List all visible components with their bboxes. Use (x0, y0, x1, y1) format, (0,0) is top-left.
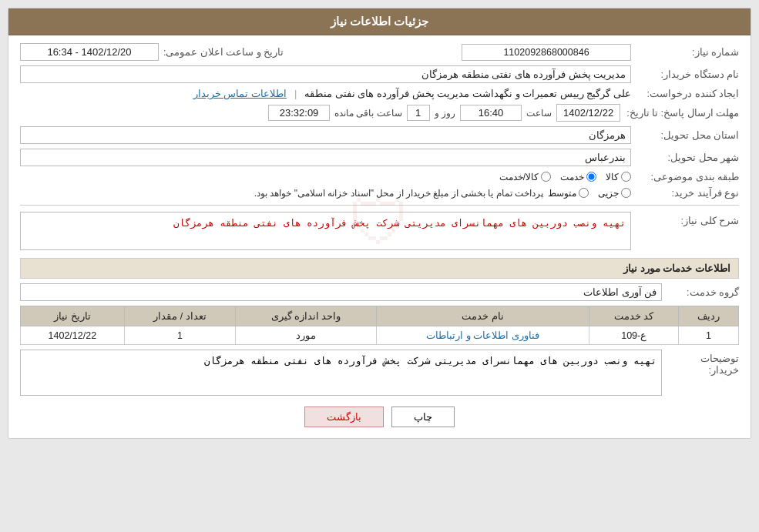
gorooh-row: گروه خدمت: فن آوری اطلاعات (20, 283, 739, 301)
radio-kala-label: کالا (606, 172, 619, 182)
radio-jozi-label: جزیی (598, 188, 619, 199)
ostan-row: استان محل تحویل: هرمزگان (20, 126, 739, 144)
saat-value: 16:40 (460, 105, 522, 121)
tabaqe-radio-group: کالا خدمت کالا/خدمت (499, 172, 631, 182)
radio-jozi-input[interactable] (621, 188, 631, 198)
cell-kod: ع-109 (589, 326, 679, 345)
radio-kala-khadamat-input[interactable] (541, 172, 551, 182)
radio-jozi: جزیی (598, 188, 631, 199)
print-button[interactable]: چاپ (391, 407, 455, 427)
ijad-value-container: علی گرگیج رییس تعمیرات و نگهداشت مدیریت … (20, 88, 631, 99)
action-buttons: چاپ بازگشت (20, 407, 739, 427)
dastgah-value: مدیریت پخش فرآورده های نفتی منطقه هرمزگا… (20, 65, 631, 83)
shomara-niaz-label: شماره نیاز: (631, 46, 739, 58)
ostan-label: استان محل تحویل: (631, 129, 739, 141)
radio-motavaset-label: متوسط (548, 188, 576, 199)
ijad-text: علی گرگیج رییس تعمیرات و نگهداشت مدیریت … (304, 88, 631, 99)
mohlat-label: مهلت ارسال پاسخ: تا تاریخ: (620, 107, 739, 119)
col-radif: ردیف (679, 306, 739, 326)
dastgah-row: نام دستگاه خریدار: مدیریت پخش فرآورده ها… (20, 65, 739, 83)
shahr-value: بندرعباس (20, 149, 631, 166)
gorooh-label: گروه خدمت: (662, 286, 739, 298)
section-khadamat-header: اطلاعات خدمات مورد نیاز (20, 258, 739, 279)
shomara-row: شماره نیاز: 1102092868000846 تاریخ و ساع… (20, 43, 739, 61)
rooz-label: روز و (435, 108, 455, 119)
page-title: جزئیات اطلاعات نیاز (8, 8, 751, 35)
col-name: نام خدمت (376, 306, 589, 326)
tabaqe-label: طبقه بندی موضوعی: (631, 171, 739, 182)
sharh-label: شرح کلی نیاز: (631, 212, 739, 226)
tawsihat-value (20, 350, 662, 396)
radio-kala-khadamat: کالا/خدمت (499, 172, 551, 182)
radio-khadamat: خدمت (560, 172, 596, 182)
radio-motavaset: متوسط (548, 188, 589, 199)
tabaqe-row: طبقه بندی موضوعی: کالا خدمت کالا/خدمت (20, 171, 739, 182)
baghimande-label: ساعت باقی مانده (334, 108, 402, 119)
radio-kala-input[interactable] (621, 172, 631, 182)
shomara-niaz-value: 1102092868000846 (462, 44, 631, 61)
mohlat-row: مهلت ارسال پاسخ: تا تاریخ: 1402/12/22 سا… (20, 104, 739, 122)
cell-name: فناوری اطلاعات و ارتباطات (376, 326, 589, 345)
col-tedad: تعداد / مقدار (124, 306, 236, 326)
farayand-label: نوع فرآیند خرید: (631, 187, 739, 199)
saat-label: ساعت (526, 108, 552, 119)
shahr-label: شهر محل تحویل: (631, 152, 739, 163)
col-vahed: واحد اندازه گیری (236, 306, 377, 326)
datetime-value: 1402/12/20 - 16:34 (20, 43, 159, 61)
farayand-value-container: جزیی متوسط پرداخت تمام یا بخشی از مبلغ خ… (20, 188, 631, 199)
col-kod: کد خدمت (589, 306, 679, 326)
radio-motavaset-input[interactable] (579, 188, 589, 198)
radio-khadamat-input[interactable] (586, 172, 596, 182)
divider-1 (20, 205, 739, 206)
ijad-link[interactable]: اطلاعات تماس خریدار (193, 88, 287, 99)
tawsihat-label: توضیحات خریدار: (662, 350, 739, 376)
sharh-row: شرح کلی نیاز: (20, 212, 739, 250)
ostan-value: هرمزگان (20, 126, 631, 144)
back-button[interactable]: بازگشت (304, 407, 384, 427)
radio-kala: کالا (606, 172, 631, 182)
farayand-note: پرداخت تمام یا بخشی از مبلغ خریدار از مح… (254, 188, 543, 199)
countdown-value: 23:32:09 (268, 105, 330, 121)
col-tarikh: تاریخ نیاز (21, 306, 125, 326)
date-value: 1402/12/22 (556, 104, 620, 122)
time-row: 1402/12/22 ساعت 16:40 روز و 1 ساعت باقی … (268, 104, 620, 122)
khadamat-table-section: ردیف کد خدمت نام خدمت واحد اندازه گیری ت… (20, 306, 739, 345)
farayand-radio-group: جزیی متوسط (548, 188, 631, 199)
farayand-row: نوع فرآیند خرید: جزیی متوسط پرداخت تمام … (20, 187, 739, 199)
radio-khadamat-label: خدمت (560, 172, 584, 182)
shahr-row: شهر محل تحویل: بندرعباس (20, 149, 739, 166)
cell-tedad: 1 (124, 326, 236, 345)
tawsihat-row: توضیحات خریدار: (20, 350, 739, 396)
radio-kala-khadamat-label: کالا/خدمت (499, 172, 539, 182)
cell-vahed: مورد (236, 326, 377, 345)
datetime-label: تاریخ و ساعت اعلان عمومی: (159, 46, 284, 58)
cell-tarikh: 1402/12/22 (21, 326, 125, 345)
cell-radif: 1 (679, 326, 739, 345)
ijad-label: ایجاد کننده درخواست: (631, 88, 739, 99)
ijad-row: ایجاد کننده درخواست: علی گرگیج رییس تعمی… (20, 88, 739, 99)
gorooh-value: فن آوری اطلاعات (20, 283, 662, 301)
rooz-value: 1 (407, 105, 430, 121)
table-row: 1 ع-109 فناوری اطلاعات و ارتباطات مورد 1… (21, 326, 739, 345)
sharh-value (20, 212, 631, 250)
khadamat-table: ردیف کد خدمت نام خدمت واحد اندازه گیری ت… (20, 306, 739, 345)
dastgah-label: نام دستگاه خریدار: (631, 69, 739, 80)
